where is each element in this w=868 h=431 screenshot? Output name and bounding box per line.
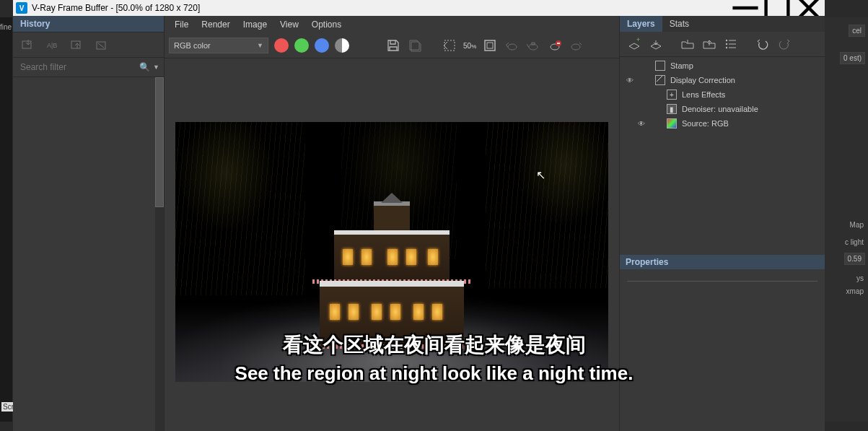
bg-left-edge: fine Scr bbox=[0, 17, 12, 422]
window-controls bbox=[729, 0, 825, 16]
folder-save-icon[interactable] bbox=[701, 36, 718, 52]
scrollbar-thumb[interactable] bbox=[155, 77, 164, 207]
redo-icon[interactable] bbox=[776, 36, 793, 52]
minimize-button[interactable] bbox=[729, 0, 761, 16]
history-load-icon[interactable] bbox=[68, 37, 87, 53]
folder-open-icon[interactable] bbox=[679, 36, 696, 52]
menu-view[interactable]: View bbox=[274, 18, 304, 31]
bg-right-strip: cel 0 est) Map c light 0.59 ys xmap bbox=[825, 17, 868, 422]
denoiser-icon: ▮ bbox=[666, 103, 678, 115]
window-title: V-Ray Frame Buffer - [50.0% of 1280 x 72… bbox=[32, 3, 729, 13]
search-row: 🔍 ▼ bbox=[13, 58, 164, 77]
layer-denoiser[interactable]: ▮ Denoiser: unavailable bbox=[620, 102, 825, 116]
vfb-window: V V-Ray Frame Buffer - [50.0% of 1280 x … bbox=[13, 0, 825, 431]
menu-image[interactable]: Image bbox=[237, 18, 273, 31]
bg-cell-e: 0.59 bbox=[844, 253, 865, 265]
channel-selector[interactable]: RGB color ▼ bbox=[169, 38, 268, 53]
layer-display-correction[interactable]: 👁 Display Correction bbox=[620, 73, 825, 87]
svg-rect-4 bbox=[22, 41, 31, 48]
visibility-icon[interactable]: 👁 bbox=[624, 77, 636, 84]
menu-options[interactable]: Options bbox=[306, 18, 347, 31]
close-button[interactable] bbox=[793, 0, 825, 16]
properties-header[interactable]: Properties bbox=[620, 255, 825, 269]
history-delete-icon[interactable] bbox=[92, 37, 111, 53]
menu-file[interactable]: File bbox=[169, 18, 194, 31]
layer-label: Source: RGB bbox=[682, 119, 729, 128]
teapot-next-button[interactable] bbox=[567, 37, 586, 54]
svg-point-24 bbox=[726, 47, 727, 48]
tab-layers[interactable]: Layers bbox=[620, 16, 662, 32]
layer-label: Denoiser: unavailable bbox=[682, 105, 758, 113]
menu-render[interactable]: Render bbox=[196, 18, 235, 31]
source-icon bbox=[666, 118, 678, 129]
bg-cell-a: cel bbox=[849, 25, 865, 37]
layer-label: Display Correction bbox=[670, 76, 735, 84]
layer-lens-effects[interactable]: + Lens Effects bbox=[620, 87, 825, 102]
main-toolbar: RGB color ▼ 50% bbox=[165, 33, 619, 58]
search-icon[interactable]: 🔍 bbox=[139, 62, 150, 72]
bg-txt-map: Map bbox=[850, 221, 864, 229]
canvas-area[interactable]: ↖ bbox=[165, 58, 619, 431]
layers-tabs: Layers Stats bbox=[620, 16, 825, 32]
svg-point-18 bbox=[571, 44, 580, 50]
search-input[interactable] bbox=[17, 61, 139, 74]
svg-line-26 bbox=[657, 76, 662, 82]
bg-txt-ys: ys bbox=[856, 274, 864, 282]
svg-text:A|B: A|B bbox=[47, 42, 57, 49]
remove-layer-icon[interactable] bbox=[647, 36, 665, 52]
plus-icon: + bbox=[666, 89, 678, 100]
layer-stamp[interactable]: Stamp bbox=[620, 58, 825, 73]
menubar: File Render Image View Options bbox=[165, 16, 619, 33]
svg-rect-10 bbox=[485, 40, 495, 51]
svg-rect-9 bbox=[444, 40, 455, 51]
history-list bbox=[13, 77, 164, 431]
layer-list: Stamp 👁 Display Correction + Lens Effect… bbox=[620, 57, 825, 132]
chevron-down-icon: ▼ bbox=[257, 42, 263, 49]
layer-source[interactable]: 👁 Source: RGB bbox=[620, 116, 825, 131]
mono-channel-button[interactable] bbox=[335, 38, 349, 53]
scrollbar-track[interactable] bbox=[155, 77, 164, 431]
save-image-button[interactable] bbox=[384, 37, 403, 54]
history-panel: History A|B 🔍 ▼ bbox=[13, 16, 165, 431]
zoom-label[interactable]: 50% bbox=[463, 42, 476, 50]
titlebar: V V-Ray Frame Buffer - [50.0% of 1280 x … bbox=[13, 0, 825, 16]
svg-point-12 bbox=[508, 44, 517, 50]
bg-txt-light: c light bbox=[845, 238, 864, 246]
center-panel: File Render Image View Options RGB color… bbox=[165, 16, 619, 431]
layer-label: Lens Effects bbox=[682, 90, 725, 99]
svg-rect-11 bbox=[487, 43, 493, 48]
green-channel-button[interactable] bbox=[294, 38, 309, 53]
channel-label: RGB color bbox=[174, 41, 211, 50]
teapot-prev-button[interactable] bbox=[502, 37, 521, 54]
bg-cell-b: 0 est) bbox=[840, 52, 865, 64]
maximize-button[interactable] bbox=[761, 0, 793, 16]
layer-label: Stamp bbox=[670, 61, 693, 70]
list-icon[interactable] bbox=[722, 36, 740, 52]
app-icon: V bbox=[16, 2, 27, 14]
visibility-icon[interactable]: 👁 bbox=[636, 120, 647, 128]
blue-channel-button[interactable] bbox=[315, 38, 329, 53]
history-toolbar: A|B bbox=[13, 32, 164, 58]
history-ab-icon[interactable]: A|B bbox=[43, 37, 62, 53]
bg-text-fine: fine bbox=[0, 23, 12, 31]
svg-text:+: + bbox=[636, 38, 640, 43]
correction-icon bbox=[654, 74, 666, 86]
layers-panel: Layers Stats + Stamp bbox=[619, 16, 825, 431]
svg-rect-17 bbox=[557, 43, 560, 44]
teapot-stop-button[interactable] bbox=[545, 37, 564, 54]
svg-point-20 bbox=[726, 40, 727, 41]
undo-icon[interactable] bbox=[754, 36, 771, 52]
history-save-icon[interactable] bbox=[19, 37, 38, 53]
save-all-button[interactable] bbox=[405, 37, 424, 54]
search-dropdown-icon[interactable]: ▼ bbox=[153, 64, 159, 71]
fit-button[interactable] bbox=[481, 37, 499, 54]
add-layer-icon[interactable]: + bbox=[626, 36, 643, 52]
tab-stats[interactable]: Stats bbox=[662, 16, 696, 32]
stamp-icon bbox=[654, 60, 666, 71]
properties-divider bbox=[627, 281, 817, 282]
history-tab[interactable]: History bbox=[13, 16, 164, 32]
red-channel-button[interactable] bbox=[274, 38, 289, 53]
layers-toolbar: + bbox=[620, 32, 825, 57]
region-render-button[interactable] bbox=[440, 37, 459, 54]
teapot-button[interactable] bbox=[524, 37, 543, 54]
